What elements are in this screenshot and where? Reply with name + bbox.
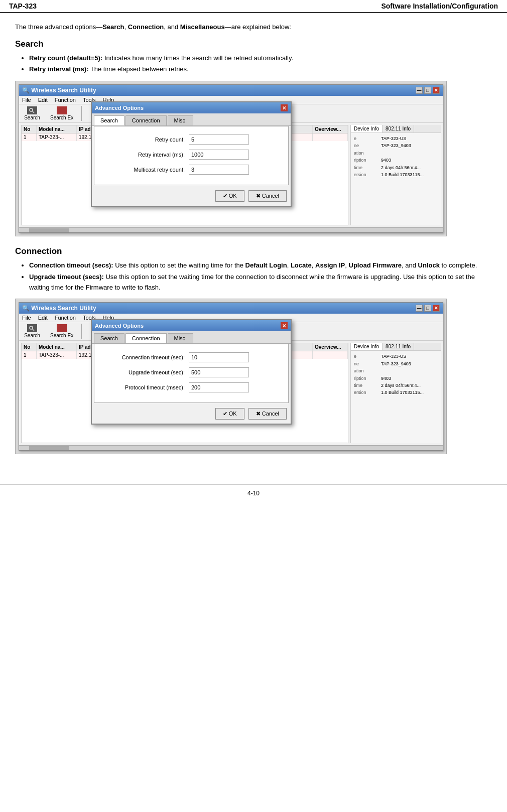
intro-paragraph: The three advanced options—Search, Conne… <box>15 22 492 32</box>
label-retry-interval: Retry interval (ms): <box>104 152 185 158</box>
adv-dialog-tabs-2[interactable]: Search Connection Misc. <box>92 331 291 344</box>
adv-dialog-body-1: Retry count: Retry interval (ms): Multic… <box>94 126 289 185</box>
adv-dialog-close-2[interactable]: ✕ <box>281 322 288 329</box>
menu-file-1[interactable]: File <box>22 97 31 103</box>
adv-tab-misc-1[interactable]: Misc. <box>168 115 194 125</box>
adv-dialog-title-1: Advanced Options <box>95 105 144 111</box>
toolbar-sep-1a <box>81 106 82 121</box>
toolbar-search-2[interactable]: Search <box>22 324 42 338</box>
search-bullets: Retry count (default=5): Indicates how m… <box>29 53 492 75</box>
input-protocol-timeout[interactable] <box>189 382 249 392</box>
input-upgrade-timeout[interactable] <box>189 367 249 377</box>
col-ov-1: Overview... <box>313 125 348 133</box>
ok-button-2[interactable]: ✔ OK <box>215 408 244 420</box>
adv-tab-connection-2[interactable]: Connection <box>125 333 167 343</box>
menu-function-2[interactable]: Function <box>55 315 76 321</box>
maximize-btn-1[interactable]: □ <box>424 87 431 94</box>
search-icon-2 <box>27 324 37 332</box>
minimize-btn-1[interactable]: — <box>416 87 423 94</box>
right-panel-content-2: eTAP-323-US neTAP-323_9403 ation ription… <box>351 351 441 398</box>
adv-dialog-titlebar-2: Advanced Options ✕ <box>92 320 291 331</box>
right-panel-tabs-1[interactable]: Device Info 802.11 Info <box>351 125 441 133</box>
svg-point-2 <box>30 326 33 329</box>
cancel-button-1[interactable]: ✖ Cancel <box>248 190 287 202</box>
menu-edit-1[interactable]: Edit <box>38 97 48 103</box>
col-model-2: Model na... <box>37 343 77 351</box>
advanced-options-dialog-1: Advanced Options ✕ Search Connection Mis… <box>91 101 292 207</box>
wsu-right-panel-1: Device Info 802.11 Info eTAP-323-US neTA… <box>350 125 441 225</box>
toolbar-sep-2a <box>81 324 82 339</box>
toolbar-searchex-label-2: Search Ex <box>50 333 73 338</box>
main-content: The three advanced options—Search, Conne… <box>0 13 507 479</box>
svg-line-3 <box>33 329 35 331</box>
col-ov-2: Overview... <box>313 343 348 351</box>
menu-function-1[interactable]: Function <box>55 97 76 103</box>
input-multicast-retry[interactable] <box>189 165 249 175</box>
page-number: 4-10 <box>247 490 260 497</box>
adv-dialog-titlebar-1: Advanced Options ✕ <box>92 102 291 113</box>
cancel-button-2[interactable]: ✖ Cancel <box>248 408 287 420</box>
input-conn-timeout[interactable] <box>189 352 249 362</box>
ok-button-1[interactable]: ✔ OK <box>215 190 244 202</box>
toolbar-search-label-2: Search <box>24 333 40 338</box>
adv-dialog-tabs-1[interactable]: Search Connection Misc. <box>92 113 291 126</box>
col-no-1: No <box>22 125 37 133</box>
field-retry-interval: Retry interval (ms): <box>104 150 278 160</box>
adv-dialog-body-2: Connection timeout (sec): Upgrade timeou… <box>94 344 289 403</box>
field-protocol-timeout: Protocol timeout (msec): <box>104 382 278 392</box>
section-connection-title: Connection <box>15 246 492 256</box>
bullet-retry-count: Retry count (default=5): Indicates how m… <box>29 53 492 64</box>
tab-80211-2[interactable]: 802.11 Info <box>383 343 414 350</box>
hscroll-2[interactable] <box>19 445 443 450</box>
adv-tab-connection-1[interactable]: Connection <box>125 115 167 125</box>
section-label: Software Installation/Configuration <box>381 2 498 10</box>
input-retry-count[interactable] <box>189 134 249 145</box>
adv-tab-misc-2[interactable]: Misc. <box>168 333 194 343</box>
svg-line-1 <box>33 111 35 113</box>
adv-tab-search-1[interactable]: Search <box>94 115 124 125</box>
close-btn-2[interactable]: ✕ <box>433 305 440 312</box>
advanced-options-dialog-2: Advanced Options ✕ Search Connection Mis… <box>91 319 292 425</box>
col-no-2: No <box>22 343 37 351</box>
right-panel-tabs-2[interactable]: Device Info 802.11 Info <box>351 343 441 351</box>
hscroll-thumb-1[interactable] <box>29 228 69 232</box>
tab-deviceinfo-1[interactable]: Device Info <box>351 125 383 132</box>
wsu-right-panel-2: Device Info 802.11 Info eTAP-323-US neTA… <box>350 343 441 443</box>
adv-tab-search-2[interactable]: Search <box>94 333 124 343</box>
bold-connection: Connection <box>128 23 164 31</box>
minimize-btn-2[interactable]: — <box>416 305 423 312</box>
toolbar-search-1[interactable]: Search <box>22 106 42 120</box>
menu-edit-2[interactable]: Edit <box>38 315 48 321</box>
svg-point-0 <box>30 108 33 111</box>
field-multicast-retry: Multicast retry count: <box>104 165 278 175</box>
toolbar-searchex-1[interactable]: Search Ex <box>50 106 73 120</box>
wsu-titlebar-buttons-1[interactable]: — □ ✕ <box>416 87 440 94</box>
label-multicast-retry: Multicast retry count: <box>104 167 185 173</box>
bold-search: Search <box>102 23 124 31</box>
hscroll-1[interactable] <box>19 227 443 232</box>
toolbar-search-label-1: Search <box>24 115 40 120</box>
section-search-title: Search <box>15 39 492 49</box>
screenshot-search: 🔍 Wireless Search Utility — □ ✕ File Edi… <box>15 81 447 236</box>
input-retry-interval[interactable] <box>189 150 249 160</box>
menu-file-2[interactable]: File <box>22 315 31 321</box>
bullet-upgrade-timeout: Upgrade timeout (secs): Use this option … <box>29 272 492 293</box>
page-footer: 4-10 <box>0 484 507 502</box>
label-conn-timeout: Connection timeout (sec): <box>104 354 185 360</box>
tab-80211-1[interactable]: 802.11 Info <box>383 125 414 132</box>
close-btn-1[interactable]: ✕ <box>433 87 440 94</box>
adv-dialog-footer-1: ✔ OK ✖ Cancel <box>92 187 291 206</box>
wsu-titlebar-2: 🔍 Wireless Search Utility — □ ✕ <box>19 303 443 314</box>
maximize-btn-2[interactable]: □ <box>424 305 431 312</box>
search-icon-1 <box>27 106 37 114</box>
wsu-titlebar-1: 🔍 Wireless Search Utility — □ ✕ <box>19 85 443 96</box>
bold-misc: Miscellaneous <box>180 23 225 31</box>
tab-deviceinfo-2[interactable]: Device Info <box>351 343 383 350</box>
label-protocol-timeout: Protocol timeout (msec): <box>104 384 185 390</box>
adv-dialog-close-1[interactable]: ✕ <box>281 104 288 111</box>
hscroll-thumb-2[interactable] <box>29 446 69 450</box>
wsu-titlebar-buttons-2[interactable]: — □ ✕ <box>416 305 440 312</box>
toolbar-searchex-2[interactable]: Search Ex <box>50 324 73 338</box>
label-upgrade-timeout: Upgrade timeout (sec): <box>104 369 185 375</box>
screenshot-connection: 🔍 Wireless Search Utility — □ ✕ File Edi… <box>15 299 447 454</box>
